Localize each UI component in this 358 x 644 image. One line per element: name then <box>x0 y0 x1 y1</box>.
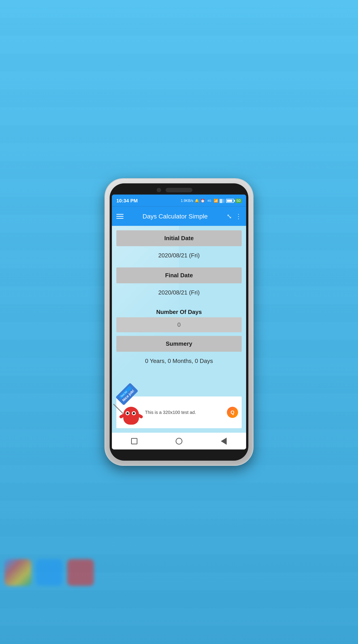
menu-button[interactable] <box>116 214 124 219</box>
final-date-header[interactable]: Final Date <box>116 268 242 283</box>
app-content: Initial Date 2020/08/21 (Fri) Final Date… <box>112 226 246 433</box>
monster-pupil-right <box>133 412 135 414</box>
nav-back-button[interactable] <box>220 437 228 445</box>
home-icon <box>176 438 182 444</box>
phone-top-bar <box>110 183 248 197</box>
phone-inner: 10:34 PM 1.9KB/s 🔔 ⏰ 4G 📶 ▓▒ 50 <box>110 183 248 461</box>
bg-icon-2 <box>36 559 63 586</box>
stick: Test Ad Nice job! <box>113 404 123 414</box>
clock-icon: ⏰ <box>200 198 205 203</box>
signal-bars: 📶 <box>214 198 218 203</box>
battery-percent: 50 <box>235 198 242 203</box>
number-of-days-input[interactable]: 0 <box>116 317 242 332</box>
ad-banner: Test Ad Nice job! This is a 320x100 test… <box>116 396 242 428</box>
bg-icon-3 <box>67 559 94 586</box>
final-date-label: Final Date <box>165 272 193 278</box>
final-date-value-container: 2020/08/21 (Fri) <box>116 284 242 301</box>
phone-frame: 10:34 PM 1.9KB/s 🔔 ⏰ 4G 📶 ▓▒ 50 <box>105 179 253 465</box>
ad-mascot: Test Ad Nice job! <box>120 400 142 425</box>
stop-icon <box>131 438 137 444</box>
monster-eye-left <box>126 411 130 415</box>
app-bar-actions: ⤡ ⋮ <box>227 213 242 220</box>
ad-logo: Q <box>227 407 238 418</box>
back-icon <box>221 438 227 445</box>
monster-arm-right <box>137 414 143 419</box>
camera-dot <box>157 188 161 192</box>
final-date-value: 2020/08/21 (Fri) <box>158 289 200 296</box>
number-of-days-label-container: Number Of Days <box>116 304 242 317</box>
signal-icon: 4G <box>206 199 212 202</box>
bg-icon-1 <box>5 559 31 586</box>
number-of-days-label: Number Of Days <box>156 308 202 315</box>
app-title: Days Calculator Simple <box>128 213 222 220</box>
bottom-nav <box>112 433 246 450</box>
nav-home-button[interactable] <box>175 437 183 445</box>
monster-arm-left: Test Ad Nice job! <box>119 414 125 419</box>
ad-text-area: This is a 320x100 test ad. <box>145 410 224 415</box>
summery-label: Summery <box>166 340 192 347</box>
initial-date-value-container: 2020/08/21 (Fri) <box>116 247 242 264</box>
monster-eye-right <box>132 411 136 415</box>
app-bar: Days Calculator Simple ⤡ ⋮ <box>112 207 246 226</box>
monster-pupil-left <box>126 412 129 414</box>
phone-container: 10:34 PM 1.9KB/s 🔔 ⏰ 4G 📶 ▓▒ 50 <box>105 179 253 465</box>
speed-indicator: 1.9KB/s <box>181 199 193 203</box>
number-of-days-value: 0 <box>177 321 181 328</box>
initial-date-label: Initial Date <box>164 235 194 242</box>
background-bottom-icons <box>0 554 358 644</box>
ad-description: This is a 320x100 test ad. <box>145 410 196 415</box>
initial-date-header[interactable]: Initial Date <box>116 230 242 246</box>
ad-logo-letter: Q <box>230 410 234 415</box>
phone-screen: 10:34 PM 1.9KB/s 🔔 ⏰ 4G 📶 ▓▒ 50 <box>112 194 246 450</box>
more-options-button[interactable]: ⋮ <box>235 213 242 220</box>
summery-value-container: 0 Years, 0 Months, 0 Days <box>116 353 242 370</box>
summery-header: Summery <box>116 336 242 352</box>
speaker-grill <box>166 188 192 192</box>
alert-icon: 🔔 <box>195 198 199 203</box>
monster-body: Test Ad Nice job! <box>123 407 139 425</box>
status-time: 10:34 PM <box>116 198 138 204</box>
initial-date-value: 2020/08/21 (Fri) <box>158 252 200 259</box>
wifi-icon: ▓▒ <box>219 199 225 203</box>
summery-value: 0 Years, 0 Months, 0 Days <box>145 358 213 364</box>
status-icons: 1.9KB/s 🔔 ⏰ 4G 📶 ▓▒ 50 <box>181 198 242 203</box>
share-button[interactable]: ⤡ <box>227 213 232 220</box>
nav-stop-button[interactable] <box>130 437 138 445</box>
battery-icon <box>226 199 234 203</box>
